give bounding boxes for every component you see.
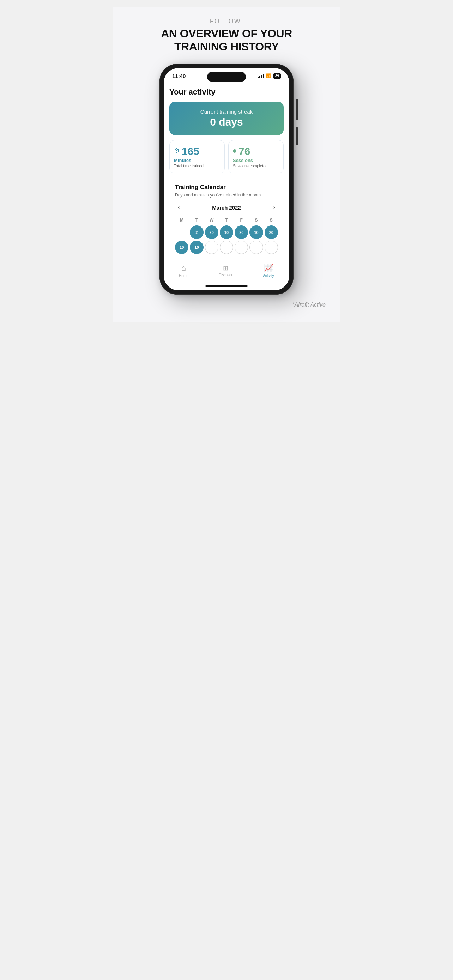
volume-button [296, 127, 299, 145]
minutes-stat-card: ⏱ 165 Minutes Total time trained [169, 140, 225, 173]
prev-month-button[interactable]: ‹ [175, 203, 183, 212]
page-wrapper: FOLLOW: AN OVERVIEW OF YOUR TRAINING HIS… [113, 7, 340, 322]
phone-mockup: 11:40 📶 89 Your activity [159, 64, 294, 294]
bottom-nav: ⌂ Home ⊞ Discover 📈 Activity [164, 259, 289, 283]
streak-value: 0 days [176, 116, 277, 128]
cal-header-t2: T [220, 216, 233, 224]
sessions-stat-card: 76 Sessions Sessions completed [228, 140, 284, 173]
cal-header-t1: T [190, 216, 203, 224]
wifi-icon: 📶 [266, 73, 271, 78]
cal-day-empty [175, 226, 188, 239]
cal-header-m: M [175, 216, 188, 224]
cal-day-10a[interactable]: 10 [220, 226, 233, 239]
cal-header-s1: S [250, 216, 263, 224]
calendar-grid: M T W T F S S 2 20 10 20 [175, 216, 278, 254]
home-icon: ⌂ [181, 264, 186, 273]
calendar-subtitle: Days and minutes you've trained in the m… [175, 192, 278, 198]
cal-header-w: W [205, 216, 218, 224]
app-screen: Your activity Current training streak 0 … [164, 82, 289, 259]
timer-icon: ⏱ [174, 148, 180, 154]
nav-home[interactable]: ⌂ Home [179, 264, 188, 278]
cal-day-10c[interactable]: 10 [175, 240, 188, 254]
sessions-number: 76 [238, 145, 250, 157]
calendar-month: March 2022 [212, 205, 241, 211]
header-title: AN OVERVIEW OF YOUR TRAINING HISTORY [161, 27, 292, 53]
minutes-unit: Minutes [174, 158, 220, 163]
power-button [296, 99, 299, 120]
cal-day-empty3 [235, 240, 248, 254]
cal-day-empty4 [250, 240, 263, 254]
cal-header-f: F [235, 216, 248, 224]
discover-icon: ⊞ [223, 264, 228, 272]
cal-day-empty2 [220, 240, 233, 254]
header-follow-label: FOLLOW: [210, 18, 243, 25]
minutes-desc: Total time trained [174, 164, 220, 168]
nav-discover-label: Discover [219, 273, 232, 277]
cal-day-20c[interactable]: 20 [265, 226, 278, 239]
sessions-desc: Sessions completed [233, 164, 279, 168]
calendar-card: Training Calendar Days and minutes you'v… [169, 178, 284, 259]
cal-day-10d[interactable]: 10 [190, 240, 203, 254]
footer-note: *Airofit Active [292, 302, 333, 308]
minutes-number: 165 [182, 145, 199, 157]
cal-day-empty1 [205, 240, 218, 254]
streak-card: Current training streak 0 days [169, 102, 284, 135]
status-time: 11:40 [172, 73, 186, 79]
nav-activity[interactable]: 📈 Activity [263, 264, 274, 278]
app-content: Your activity Current training streak 0 … [164, 82, 289, 290]
activity-icon: 📈 [264, 264, 273, 273]
home-indicator [164, 283, 289, 290]
home-bar [205, 285, 248, 287]
cal-header-s2: S [265, 216, 278, 224]
calendar-nav: ‹ March 2022 › [175, 203, 278, 212]
cal-day-10b[interactable]: 10 [250, 226, 263, 239]
next-month-button[interactable]: › [270, 203, 278, 212]
battery-indicator: 89 [273, 73, 281, 79]
session-dot-icon [233, 149, 236, 153]
calendar-title: Training Calendar [175, 184, 278, 191]
stats-row: ⏱ 165 Minutes Total time trained 76 Se [169, 140, 284, 173]
streak-label: Current training streak [176, 109, 277, 115]
cal-day-2[interactable]: 2 [190, 226, 203, 239]
nav-discover[interactable]: ⊞ Discover [219, 264, 232, 277]
cal-day-empty5 [265, 240, 278, 254]
signal-icon [257, 74, 264, 78]
cal-day-20a[interactable]: 20 [205, 226, 218, 239]
page-title: Your activity [169, 88, 284, 97]
cal-day-20b[interactable]: 20 [235, 226, 248, 239]
sessions-stat-header: 76 [233, 145, 279, 157]
nav-activity-label: Activity [263, 274, 274, 278]
status-icons: 📶 89 [257, 73, 281, 79]
phone-screen: 11:40 📶 89 Your activity [164, 68, 289, 290]
sessions-unit: Sessions [233, 158, 279, 163]
dynamic-island [207, 72, 246, 82]
nav-home-label: Home [179, 274, 188, 278]
minutes-stat-header: ⏱ 165 [174, 145, 220, 157]
status-bar: 11:40 📶 89 [164, 68, 289, 82]
